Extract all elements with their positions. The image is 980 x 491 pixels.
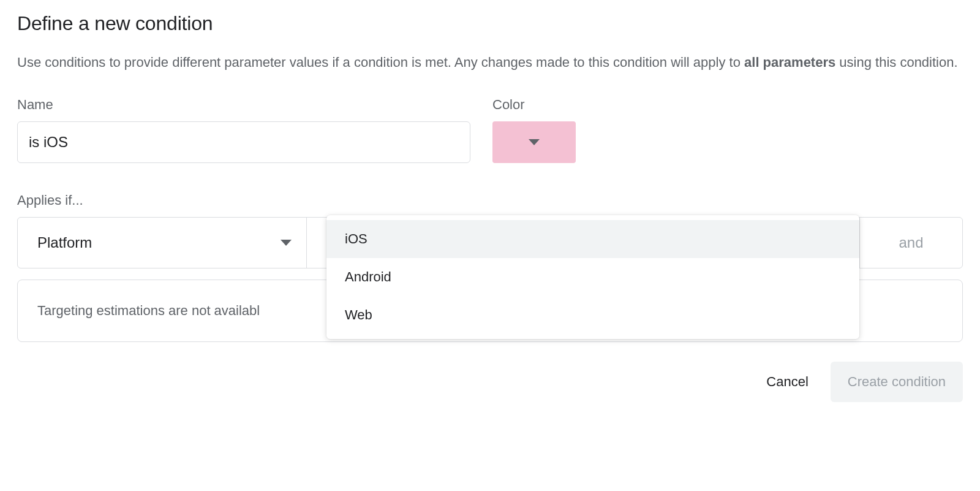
cancel-button[interactable]: Cancel <box>761 363 813 401</box>
and-label: and <box>899 234 923 251</box>
dropdown-item-android[interactable]: Android <box>326 258 859 296</box>
name-input[interactable] <box>17 121 470 163</box>
page-title: Define a new condition <box>17 12 963 35</box>
chevron-down-icon <box>281 240 292 246</box>
condition-description: Use conditions to provide different para… <box>17 52 963 72</box>
description-suffix: using this condition. <box>835 55 957 70</box>
name-group: Name <box>17 97 470 163</box>
estimation-text: Targeting estimations are not availabl <box>37 303 260 319</box>
dropdown-item-ios[interactable]: iOS <box>326 220 859 258</box>
create-condition-button[interactable]: Create condition <box>831 362 963 402</box>
color-picker-button[interactable] <box>492 121 576 163</box>
condition-type-select[interactable]: Platform <box>18 218 307 268</box>
add-condition-and[interactable]: and <box>859 218 962 268</box>
description-bold: all parameters <box>744 55 835 70</box>
condition-type-value: Platform <box>37 234 92 251</box>
conditions-container: Platform and Targeting estimations are n… <box>17 217 963 342</box>
color-label: Color <box>492 97 576 113</box>
chevron-down-icon <box>529 139 540 145</box>
footer-buttons: Cancel Create condition <box>17 362 963 402</box>
description-prefix: Use conditions to provide different para… <box>17 55 744 70</box>
name-color-row: Name Color <box>17 97 963 163</box>
dropdown-item-web[interactable]: Web <box>326 296 859 334</box>
applies-if-label: Applies if... <box>17 192 963 208</box>
name-label: Name <box>17 97 470 113</box>
color-group: Color <box>492 97 576 163</box>
platform-dropdown-menu: iOS Android Web <box>326 215 859 339</box>
